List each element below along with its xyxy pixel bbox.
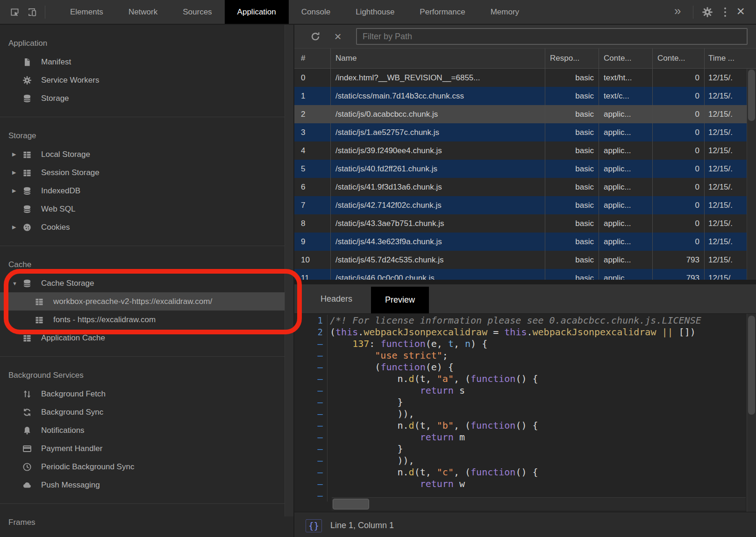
chevron-right-icon[interactable]: ▶ bbox=[12, 170, 22, 176]
tab-network[interactable]: Network bbox=[116, 0, 170, 24]
code-scrollbar[interactable] bbox=[747, 314, 756, 512]
line-number[interactable]: – bbox=[294, 373, 328, 385]
format-braces-icon[interactable]: {} bbox=[306, 519, 322, 532]
inspect-cursor-icon[interactable] bbox=[7, 4, 23, 21]
table-row[interactable]: 3/static/js/1.ae52757c.chunk.jsbasicappl… bbox=[294, 123, 756, 141]
sidebar-item-storage[interactable]: Storage bbox=[0, 89, 293, 107]
section-title: Background Services bbox=[0, 366, 293, 385]
preview-tab-preview[interactable]: Preview bbox=[371, 287, 429, 313]
settings-gear-icon[interactable] bbox=[698, 7, 717, 18]
code-text: } bbox=[328, 443, 756, 455]
preview-tab-headers[interactable]: Headers bbox=[308, 284, 364, 313]
line-number[interactable]: – bbox=[294, 420, 328, 431]
column-header-name[interactable]: Name bbox=[331, 49, 545, 68]
sidebar-item-notifications[interactable]: Notifications bbox=[0, 421, 293, 439]
sidebar-item-fonts-https-excalidraw-com[interactable]: fonts - https://excalidraw.com bbox=[0, 311, 293, 329]
table-row[interactable]: 0/index.html?__WB_REVISION__=6855...basi… bbox=[294, 69, 756, 87]
table-scrollbar-thumb[interactable] bbox=[748, 70, 755, 121]
sidebar-item-label: Cache Storage bbox=[41, 279, 94, 288]
column-header-conte[interactable]: Conte... bbox=[599, 49, 653, 68]
tab-memory[interactable]: Memory bbox=[478, 0, 532, 24]
line-number[interactable]: – bbox=[294, 408, 328, 420]
device-toolbar-icon[interactable] bbox=[23, 4, 40, 21]
line-number[interactable]: – bbox=[294, 396, 328, 408]
table-scrollbar[interactable] bbox=[747, 69, 756, 280]
sidebar-item-background-fetch[interactable]: Background Fetch bbox=[0, 385, 293, 403]
line-number[interactable]: – bbox=[294, 338, 328, 350]
table-row[interactable]: 1/static/css/main.7d14b3cc.chunk.cssbasi… bbox=[294, 87, 756, 105]
sidebar-item-indexeddb[interactable]: ▶IndexedDB bbox=[0, 182, 293, 200]
tab-sources[interactable]: Sources bbox=[170, 0, 224, 24]
line-number[interactable]: – bbox=[294, 478, 328, 490]
line-number[interactable]: – bbox=[294, 431, 328, 443]
tab-console[interactable]: Console bbox=[289, 0, 343, 24]
code-h-scrollbar[interactable] bbox=[332, 497, 746, 510]
filter-by-path-input[interactable] bbox=[356, 28, 748, 45]
horizontal-splitter[interactable] bbox=[294, 280, 756, 284]
sidebar-item-background-sync[interactable]: Background Sync bbox=[0, 403, 293, 421]
line-number[interactable]: – bbox=[294, 455, 328, 466]
sidebar-item-manifest[interactable]: Manifest bbox=[0, 53, 293, 71]
three-dots-menu-icon[interactable] bbox=[717, 7, 734, 17]
table-row[interactable]: 10/static/js/45.7d24c535.chunk.jsbasicap… bbox=[294, 251, 756, 269]
sidebar-section-application: ApplicationManifestService WorkersStorag… bbox=[0, 25, 293, 117]
sidebar-item-workbox-precache-v2-https-excalidraw-com[interactable]: workbox-precache-v2-https://excalidraw.c… bbox=[0, 292, 293, 311]
table-row[interactable]: 5/static/js/40.fd2ff261.chunk.jsbasicapp… bbox=[294, 160, 756, 178]
database-icon bbox=[22, 204, 34, 214]
sidebar-item-service-workers[interactable]: Service Workers bbox=[0, 71, 293, 89]
code-line: – )), bbox=[294, 455, 756, 466]
sidebar-item-cookies[interactable]: ▶Cookies bbox=[0, 218, 293, 236]
tab-performance[interactable]: Performance bbox=[407, 0, 478, 24]
line-number[interactable]: 1 bbox=[294, 315, 328, 326]
code-scrollbar-thumb[interactable] bbox=[748, 316, 755, 415]
sidebar-item-application-cache[interactable]: Application Cache bbox=[0, 329, 293, 347]
cell-response-type: basic bbox=[545, 87, 599, 105]
line-number[interactable]: – bbox=[294, 385, 328, 396]
line-number[interactable]: – bbox=[294, 466, 328, 478]
line-number[interactable]: – bbox=[294, 443, 328, 455]
chevron-right-icon[interactable]: ▶ bbox=[12, 224, 22, 230]
more-tabs-icon[interactable]: » bbox=[670, 4, 688, 20]
sidebar-item-label: Background Sync bbox=[41, 408, 103, 417]
sidebar-item-label: Session Storage bbox=[41, 168, 100, 177]
tab-application[interactable]: Application bbox=[225, 0, 289, 24]
panel-divider[interactable] bbox=[293, 25, 294, 537]
sidebar-section-frames: Frames bbox=[0, 503, 293, 537]
line-number[interactable]: – bbox=[294, 490, 328, 502]
close-icon[interactable]: × bbox=[734, 4, 750, 20]
cell-name: /static/js/46.0c0c00.chunk.js bbox=[331, 269, 545, 280]
table-row[interactable]: 4/static/js/39.f2490ee4.chunk.jsbasicapp… bbox=[294, 141, 756, 160]
table-row[interactable]: 7/static/js/42.7142f02c.chunk.jsbasicapp… bbox=[294, 196, 756, 214]
column-header-hash[interactable]: # bbox=[294, 49, 331, 68]
sidebar-item-cache-storage[interactable]: ▼Cache Storage bbox=[0, 274, 293, 292]
sidebar-item-session-storage[interactable]: ▶Session Storage bbox=[0, 163, 293, 182]
line-number[interactable]: – bbox=[294, 361, 328, 373]
table-row[interactable]: 8/static/js/43.3ae7b751.chunk.jsbasicapp… bbox=[294, 214, 756, 233]
table-row[interactable]: 9/static/js/44.3e623f9a.chunk.jsbasicapp… bbox=[294, 233, 756, 251]
column-header-respo[interactable]: Respo... bbox=[545, 49, 599, 68]
chevron-right-icon[interactable]: ▶ bbox=[12, 188, 22, 194]
sidebar-item-payment-handler[interactable]: Payment Handler bbox=[0, 439, 293, 458]
column-header-time[interactable]: Time ... bbox=[705, 49, 756, 68]
sidebar-scrollbar[interactable] bbox=[285, 25, 293, 516]
table-row[interactable]: 11/static/js/46.0c0c00.chunk.jsbasicappl… bbox=[294, 269, 756, 280]
chevron-down-icon[interactable]: ▼ bbox=[12, 281, 22, 286]
tab-lighthouse[interactable]: Lighthouse bbox=[343, 0, 407, 24]
code-text: "use strict"; bbox=[328, 350, 756, 361]
refresh-icon[interactable] bbox=[308, 29, 322, 43]
sidebar-item-local-storage[interactable]: ▶Local Storage bbox=[0, 145, 293, 163]
sidebar-item-push-messaging[interactable]: Push Messaging bbox=[0, 476, 293, 494]
table-row[interactable]: 6/static/js/41.9f3d13a6.chunk.jsbasicapp… bbox=[294, 178, 756, 196]
sidebar-item-web-sql[interactable]: Web SQL bbox=[0, 200, 293, 218]
code-h-scrollbar-thumb[interactable] bbox=[333, 499, 369, 509]
column-header-conte[interactable]: Conte... bbox=[653, 49, 705, 68]
chevron-right-icon[interactable]: ▶ bbox=[12, 151, 22, 157]
tab-elements[interactable]: Elements bbox=[57, 0, 116, 24]
line-number[interactable]: 2 bbox=[294, 326, 328, 338]
clear-icon[interactable]: × bbox=[331, 30, 345, 42]
line-number[interactable]: – bbox=[294, 350, 328, 361]
sidebar-item-periodic-background-sync[interactable]: Periodic Background Sync bbox=[0, 458, 293, 476]
table-row[interactable]: 2/static/js/0.acabcbcc.chunk.jsbasicappl… bbox=[294, 105, 756, 123]
code-text: return s bbox=[328, 385, 756, 396]
sidebar-item-label: Background Fetch bbox=[41, 389, 106, 399]
